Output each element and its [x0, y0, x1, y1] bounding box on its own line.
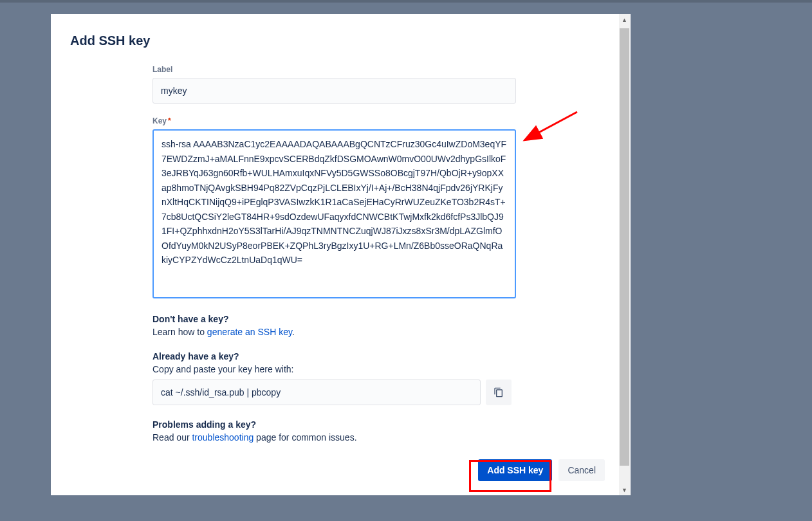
form-area: Label Key* <span class="underline-red">s…	[70, 65, 605, 459]
label-field-label: Label	[152, 65, 605, 74]
copy-icon	[494, 387, 504, 398]
command-row: cat ~/.ssh/id_rsa.pub | pbcopy	[152, 379, 605, 405]
command-box: cat ~/.ssh/id_rsa.pub | pbcopy	[152, 379, 481, 405]
cancel-button[interactable]: Cancel	[558, 459, 605, 481]
help-have-key-heading: Already have a key?	[152, 351, 605, 361]
generate-ssh-key-link[interactable]: generate an SSH key	[207, 327, 292, 337]
help-have-key-text: Copy and paste your key here with:	[152, 364, 605, 374]
required-indicator: *	[168, 116, 171, 125]
page-top-border	[0, 0, 812, 3]
scrollbar-track[interactable]: ▲ ▼	[619, 14, 630, 495]
help-problems-text: Read our troubleshooting page for common…	[152, 432, 605, 443]
label-input[interactable]	[152, 78, 516, 104]
key-textarea[interactable]: <span class="underline-red">ssh-rsa</spa…	[152, 129, 516, 298]
scroll-up-arrow[interactable]: ▲	[619, 14, 630, 25]
dialog-actions: Add SSH key Cancel	[70, 459, 605, 481]
copy-command-button[interactable]	[486, 379, 512, 405]
scrollbar-thumb[interactable]	[620, 28, 629, 466]
add-ssh-key-button[interactable]: Add SSH key	[478, 459, 552, 481]
scroll-down-arrow[interactable]: ▼	[619, 484, 630, 495]
key-field-label: Key*	[152, 116, 605, 125]
help-no-key-text: Learn how to generate an SSH key.	[152, 327, 605, 337]
help-problems-heading: Problems adding a key?	[152, 419, 605, 430]
add-ssh-key-dialog: Add SSH key Label Key* <span class="unde…	[51, 14, 631, 495]
dialog-title: Add SSH key	[70, 33, 605, 48]
troubleshooting-link[interactable]: troubleshooting	[192, 432, 254, 443]
help-no-key-heading: Don't have a key?	[152, 314, 605, 324]
